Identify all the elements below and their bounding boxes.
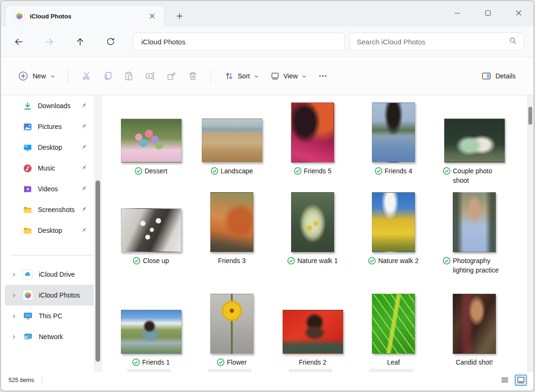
sidebar-item-network[interactable]: Network (5, 326, 97, 347)
photo-item[interactable]: Dessert (111, 102, 191, 192)
sync-ok-icon (133, 257, 140, 264)
photo-thumbnail[interactable] (453, 294, 496, 354)
window-controls (447, 4, 529, 22)
next-row-thumbnail-partial (289, 369, 332, 372)
rename-icon[interactable]: A (139, 67, 161, 85)
details-view-icon[interactable] (499, 375, 511, 386)
photo-item[interactable]: Couple photo shoot (434, 102, 515, 192)
thumbnail-view-icon[interactable] (515, 375, 527, 386)
tab-close-icon[interactable] (146, 10, 158, 22)
photo-thumbnail[interactable] (372, 294, 415, 354)
sync-ok-icon (294, 167, 302, 175)
sort-button[interactable]: Sort (219, 68, 265, 85)
sidebar-item-pictures[interactable]: Pictures (1, 116, 104, 137)
photo-thumbnail[interactable] (121, 310, 181, 354)
sidebar-item-videos[interactable]: Videos (1, 179, 104, 199)
search-icon[interactable] (509, 36, 517, 47)
photo-thumbnail[interactable] (291, 192, 334, 252)
minimize-icon[interactable] (447, 4, 467, 22)
photo-thumbnail[interactable] (453, 192, 496, 252)
photo-thumbnail[interactable] (202, 119, 262, 162)
maximize-icon[interactable] (477, 4, 498, 22)
chevron-right-icon[interactable] (11, 313, 17, 319)
photo-item[interactable]: Friends 4 (353, 102, 434, 192)
photo-thumbnail[interactable] (121, 119, 181, 162)
downloads-icon (23, 101, 32, 111)
photo-item[interactable]: Flower (191, 293, 272, 372)
title-bar: iCloud Photos (1, 1, 534, 26)
chevron-right-icon[interactable] (11, 292, 17, 298)
photo-thumbnail[interactable] (372, 192, 415, 252)
photo-item[interactable]: Friends 5 (272, 102, 353, 192)
photo-item[interactable]: Candid shot! (434, 293, 515, 372)
delete-icon[interactable] (182, 67, 203, 85)
photo-item[interactable]: Landscape (191, 102, 272, 192)
sidebar-scrollbar[interactable] (94, 95, 102, 372)
photo-label: Friends 2 (299, 358, 326, 367)
status-divider (42, 376, 42, 384)
sync-ok-icon (211, 167, 218, 175)
sync-ok-icon (443, 167, 450, 175)
paste-icon[interactable] (118, 67, 139, 85)
photo-label: Friends 4 (385, 167, 412, 176)
photo-item[interactable]: Friends 1 (111, 293, 191, 372)
photo-thumbnail[interactable] (372, 102, 415, 162)
new-button[interactable]: New (13, 67, 60, 85)
photo-label: Nature walk 1 (297, 256, 338, 266)
window-close-icon[interactable] (508, 4, 529, 22)
search-input[interactable] (357, 38, 509, 46)
more-options-icon[interactable] (312, 67, 334, 85)
photo-item[interactable]: Friends 2 (272, 293, 353, 372)
sidebar-item-downloads[interactable]: Downloads (1, 95, 104, 116)
photo-label: Friends 1 (142, 358, 170, 367)
sidebar-item-icloud-photos[interactable]: iCloud Photos (5, 285, 97, 306)
view-button[interactable]: View (265, 68, 312, 85)
details-button[interactable]: Details (475, 67, 521, 85)
share-icon[interactable] (161, 67, 182, 85)
refresh-icon[interactable] (103, 34, 119, 50)
forward-icon[interactable] (41, 34, 57, 50)
photo-item[interactable]: Nature walk 2 (353, 192, 434, 293)
sidebar-item-desktop-folder[interactable]: Desktop (1, 220, 104, 241)
photo-item[interactable]: Close up (111, 192, 191, 293)
sync-ok-icon (217, 358, 224, 366)
chevron-down-icon (254, 74, 259, 79)
up-icon[interactable] (72, 34, 88, 50)
sidebar-item-music[interactable]: Music (1, 158, 104, 179)
photo-thumbnail[interactable] (291, 102, 334, 162)
photo-thumbnail[interactable] (121, 208, 181, 252)
content-scrollbar-thumb[interactable] (528, 107, 532, 125)
sidebar-separator (10, 255, 94, 256)
view-label: View (284, 72, 298, 80)
sidebar-item-icloud-drive[interactable]: iCloud Drive (5, 264, 97, 285)
photo-thumbnail[interactable] (210, 294, 253, 354)
photo-label: Friends 5 (304, 167, 331, 176)
photo-item[interactable]: Nature walk 1 (272, 192, 353, 293)
sidebar-item-this-pc[interactable]: This PC (5, 306, 97, 326)
sidebar-item-screenshots[interactable]: Screenshots (1, 199, 104, 220)
photo-thumbnail[interactable] (444, 119, 505, 162)
photo-thumbnail[interactable] (283, 310, 343, 354)
photo-thumbnail[interactable] (210, 192, 253, 252)
copy-icon[interactable] (97, 67, 118, 85)
photo-item[interactable]: Friends 3 (191, 192, 272, 293)
navigation-pane: Downloads Pictures Desktop (1, 95, 104, 372)
sidebar-scrollbar-thumb[interactable] (95, 180, 100, 362)
sync-ok-icon (375, 167, 382, 175)
details-label: Details (495, 72, 516, 80)
new-tab-button[interactable] (172, 9, 187, 23)
photo-item[interactable]: Leaf (353, 293, 434, 372)
tab-icloud-photos[interactable]: iCloud Photos (5, 5, 164, 26)
photo-item[interactable]: Photography lighting practice (434, 192, 515, 293)
address-bar[interactable]: iCloud Photos (133, 33, 345, 51)
photo-label: Friends 3 (218, 256, 245, 266)
chevron-right-icon[interactable] (11, 272, 17, 277)
desktop-monitor-icon (23, 143, 32, 152)
sidebar-item-desktop[interactable]: Desktop (1, 137, 104, 158)
new-button-label: New (33, 72, 46, 80)
content-scrollbar[interactable] (527, 95, 534, 372)
back-icon[interactable] (10, 34, 26, 50)
chevron-right-icon[interactable] (11, 334, 17, 340)
cut-icon[interactable] (76, 67, 97, 85)
search-box[interactable] (350, 33, 524, 51)
